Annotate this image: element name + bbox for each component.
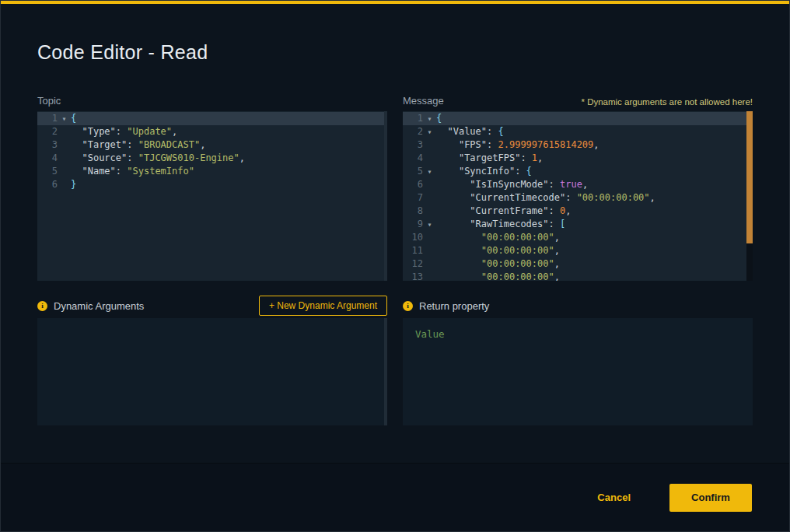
return-property-section: i Return property Value (403, 281, 753, 425)
code-text: "Value": { (436, 125, 504, 138)
code-text: "SyncInfo": { (436, 165, 532, 178)
line-number: 1 (37, 112, 58, 125)
line-number: 1 (403, 112, 423, 125)
line-number: 4 (403, 152, 423, 165)
fold-spacer (423, 178, 436, 191)
top-accent-bar (1, 1, 789, 4)
code-text: "00:00:00:00", (436, 244, 560, 257)
line-number: 6 (37, 178, 58, 191)
gutter: 2 (37, 125, 71, 138)
fold-spacer (423, 271, 436, 281)
fold-caret-icon[interactable]: ▾ (423, 165, 436, 178)
code-line[interactable]: 6 "IsInSyncMode": true, (403, 178, 753, 191)
editors-row: Topic 1▾{2 "Type": "Update",3 "Target": … (37, 95, 753, 281)
message-code-editor[interactable]: 1▾{2▾ "Value": {3 "FPS": 2.9999976158142… (403, 111, 753, 281)
fold-caret-icon[interactable]: ▾ (423, 112, 436, 125)
return-property-panel[interactable]: Value (403, 318, 753, 425)
return-property-value[interactable]: Value (415, 328, 445, 340)
code-line[interactable]: 2 "Type": "Update", (37, 125, 387, 138)
code-text: "Source": "TJCGWS010-Engine", (71, 152, 245, 165)
topic-code-editor[interactable]: 1▾{2 "Type": "Update",3 "Target": "BROAD… (37, 111, 387, 281)
fold-spacer (423, 244, 436, 257)
code-editor-dialog: Code Editor - Read Topic 1▾{2 "Type": "U… (0, 0, 790, 532)
gutter: 11 (403, 244, 436, 257)
code-line[interactable]: 12 "00:00:00:00", (403, 257, 753, 271)
gutter: 1▾ (403, 112, 436, 125)
page-title: Code Editor - Read (37, 41, 789, 64)
code-line[interactable]: 1▾{ (403, 112, 753, 125)
code-text: "Target": "BROADCAST", (71, 138, 205, 152)
code-text: } (71, 178, 76, 191)
code-text: { (71, 112, 76, 125)
code-line[interactable]: 8 "CurrentFrame": 0, (403, 205, 753, 218)
gutter: 5 (37, 165, 71, 178)
fold-spacer (423, 191, 436, 205)
gutter: 3 (37, 138, 71, 152)
gutter: 5▾ (403, 165, 436, 178)
fold-spacer (423, 231, 436, 244)
fold-spacer (58, 125, 71, 138)
gutter: 1▾ (37, 112, 71, 125)
confirm-button[interactable]: Confirm (669, 484, 752, 512)
line-number: 8 (403, 205, 423, 218)
fold-caret-icon[interactable]: ▾ (423, 125, 436, 138)
code-line[interactable]: 2▾ "Value": { (403, 125, 753, 138)
line-number: 4 (37, 152, 58, 165)
panels-row: i Dynamic Arguments + New Dynamic Argume… (37, 281, 753, 425)
dynamic-arguments-scroll-track[interactable] (384, 318, 387, 425)
fold-spacer (58, 152, 71, 165)
fold-caret-icon[interactable]: ▾ (423, 218, 436, 231)
line-number: 13 (403, 271, 423, 281)
gutter: 10 (403, 231, 436, 244)
gutter: 3 (403, 138, 436, 152)
fold-spacer (58, 165, 71, 178)
code-line[interactable]: 7 "CurrentTimecode": "00:00:00:00", (403, 191, 753, 205)
code-line[interactable]: 4 "TargetFPS": 1, (403, 152, 753, 165)
code-text: "TargetFPS": 1, (436, 152, 543, 165)
new-dynamic-argument-button[interactable]: + New Dynamic Argument (259, 296, 387, 316)
gutter: 6 (403, 178, 436, 191)
dynamic-arguments-label: Dynamic Arguments (54, 300, 144, 312)
gutter: 13 (403, 271, 436, 281)
cancel-button[interactable]: Cancel (597, 492, 631, 503)
topic-section: Topic 1▾{2 "Type": "Update",3 "Target": … (37, 95, 387, 281)
code-line[interactable]: 5 "Name": "SystemInfo" (37, 165, 387, 178)
line-number: 6 (403, 178, 423, 191)
fold-spacer (423, 138, 436, 152)
gutter: 6 (37, 178, 71, 191)
code-line[interactable]: 3 "Target": "BROADCAST", (37, 138, 387, 152)
line-number: 5 (37, 165, 58, 178)
code-line[interactable]: 4 "Source": "TJCGWS010-Engine", (37, 152, 387, 165)
return-property-label: Return property (419, 300, 489, 312)
fold-caret-icon[interactable]: ▾ (58, 112, 71, 125)
code-text: "CurrentFrame": 0, (436, 205, 571, 218)
code-text: { (436, 112, 442, 125)
fold-spacer (423, 205, 436, 218)
line-number: 5 (403, 165, 423, 178)
code-line[interactable]: 1▾{ (37, 112, 387, 125)
fold-spacer (423, 257, 436, 271)
code-line[interactable]: 6} (37, 178, 387, 191)
info-icon: i (37, 301, 47, 311)
code-text: "00:00:00:00", (436, 231, 560, 244)
code-text: "FPS": 2.999997615814209, (436, 138, 599, 152)
line-number: 7 (403, 191, 423, 205)
code-line[interactable]: 10 "00:00:00:00", (403, 231, 753, 244)
dynamic-arguments-panel (37, 318, 387, 425)
line-number: 2 (403, 125, 423, 138)
line-number: 3 (37, 138, 58, 152)
fold-spacer (58, 178, 71, 191)
code-line[interactable]: 5▾ "SyncInfo": { (403, 165, 753, 178)
code-line[interactable]: 9▾ "RawTimecodes": [ (403, 218, 753, 231)
code-line[interactable]: 3 "FPS": 2.999997615814209, (403, 138, 753, 152)
code-line[interactable]: 11 "00:00:00:00", (403, 244, 753, 257)
code-text: "00:00:00:00", (436, 271, 560, 281)
code-line[interactable]: 13 "00:00:00:00", (403, 271, 753, 281)
gutter: 9▾ (403, 218, 436, 231)
message-label: Message (403, 95, 444, 107)
topic-label: Topic (37, 95, 61, 107)
code-text: "CurrentTimecode": "00:00:00:00", (436, 191, 655, 205)
topic-editor-scroll-track[interactable] (384, 111, 387, 281)
scrollbar-thumb[interactable] (746, 111, 753, 243)
message-editor-scrollbar[interactable] (746, 111, 753, 281)
